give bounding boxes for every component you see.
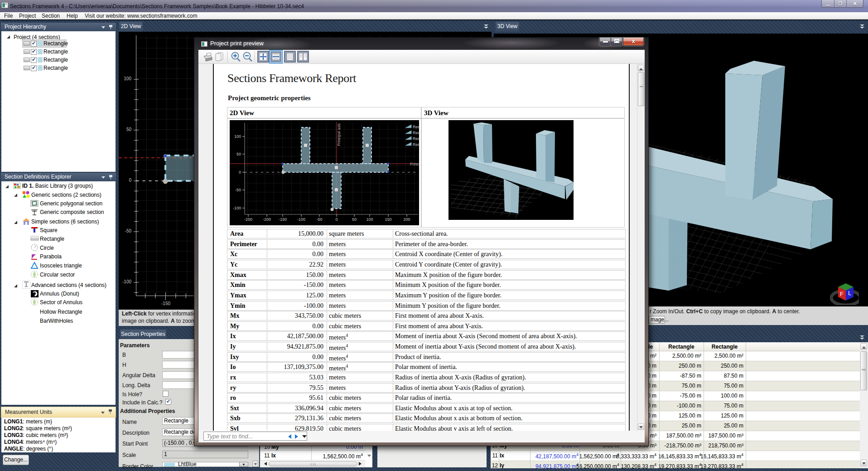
svg-text:L: L — [848, 290, 851, 296]
svg-text:150: 150 — [385, 217, 391, 222]
svg-text:-150: -150 — [279, 217, 287, 222]
svg-text:50: 50 — [236, 152, 241, 156]
svg-text:0: 0 — [335, 217, 338, 222]
svg-text:Recta: Recta — [413, 136, 419, 141]
svg-text:-250: -250 — [244, 217, 252, 222]
svg-text:Recta: Recta — [413, 131, 419, 135]
svg-text:0: 0 — [239, 170, 241, 175]
svg-text:Principal axis: Principal axis — [337, 123, 341, 146]
svg-text:100: 100 — [234, 134, 241, 139]
svg-text:-50: -50 — [316, 217, 322, 222]
svg-text:50: 50 — [352, 217, 357, 222]
svg-text:Recta: Recta — [413, 142, 419, 147]
svg-text:-50: -50 — [235, 188, 241, 192]
svg-text:Principal: Principal — [410, 162, 419, 166]
svg-text:F: F — [840, 291, 844, 297]
svg-text:100: 100 — [366, 217, 373, 222]
svg-text:Recta: Recta — [413, 125, 419, 129]
svg-text:-100: -100 — [297, 217, 305, 222]
svg-text:-100: -100 — [233, 206, 241, 210]
svg-text:200: 200 — [403, 217, 410, 222]
svg-text:-200: -200 — [263, 217, 271, 222]
